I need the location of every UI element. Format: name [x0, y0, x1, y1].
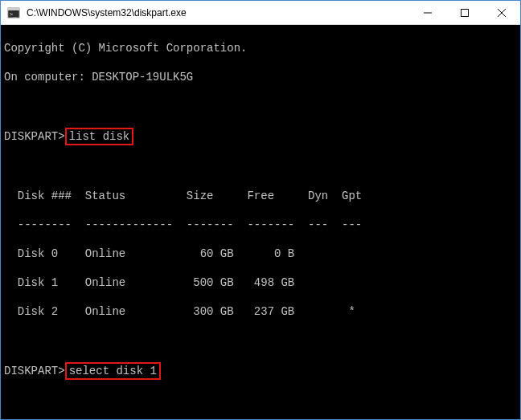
- disk-table-header: Disk ### Status Size Free Dyn Gpt: [4, 189, 517, 203]
- table-row: Disk 0 Online 60 GB 0 B: [4, 247, 517, 261]
- maximize-button[interactable]: [446, 1, 483, 24]
- minimize-button[interactable]: [409, 1, 446, 24]
- svg-rect-4: [462, 9, 469, 16]
- prompt-list-disk: DISKPART> list disk: [4, 128, 517, 145]
- terminal-output[interactable]: Copyright (C) Microsoft Corporation. On …: [1, 25, 520, 419]
- titlebar[interactable]: >_ C:\WINDOWS\system32\diskpart.exe: [1, 1, 520, 25]
- cmd-select-disk: select disk 1: [65, 362, 161, 380]
- app-icon: >_: [7, 6, 20, 19]
- prompt-label: DISKPART>: [4, 129, 65, 144]
- cmd-list-disk: list disk: [65, 128, 134, 145]
- computer-line: On computer: DESKTOP-19ULK5G: [4, 70, 517, 84]
- close-button[interactable]: [483, 1, 520, 24]
- window-title: C:\WINDOWS\system32\diskpart.exe: [27, 7, 409, 18]
- disk-table-divider: -------- ------------- ------- ------- -…: [4, 218, 517, 232]
- svg-rect-1: [8, 8, 19, 10]
- console-window: >_ C:\WINDOWS\system32\diskpart.exe Copy…: [0, 0, 521, 420]
- table-row: Disk 1 Online 500 GB 498 GB: [4, 275, 517, 290]
- table-row: Disk 2 Online 300 GB 237 GB *: [4, 304, 517, 319]
- window-controls: [409, 1, 520, 24]
- prompt-select-disk: DISKPART> select disk 1: [4, 362, 517, 380]
- copyright-line: Copyright (C) Microsoft Corporation.: [4, 41, 517, 55]
- prompt-label: DISKPART>: [4, 364, 65, 378]
- svg-text:>_: >_: [10, 11, 17, 18]
